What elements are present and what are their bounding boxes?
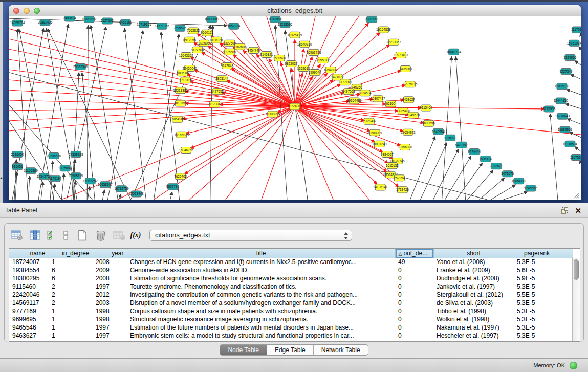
graph-edge[interactable]	[442, 56, 452, 200]
graph-edge[interactable]	[570, 132, 581, 138]
graph-node[interactable]: 8938923	[444, 135, 456, 141]
table-cell[interactable]: Jankovic et al. (1997)	[433, 282, 514, 291]
resize-grip-icon[interactable]	[573, 191, 580, 199]
graph-node[interactable]: 6479197	[455, 142, 468, 148]
table-row[interactable]: 911546021997Tourette syndrome. Phenomeno…	[9, 282, 573, 291]
graph-node[interactable]: 1145194	[49, 176, 62, 182]
table-cell[interactable]: Wolkin et al. (1998)	[433, 315, 514, 323]
select-columns-button[interactable]	[28, 229, 43, 242]
graph-node[interactable]: 8471676	[501, 171, 514, 177]
graph-edge[interactable]	[410, 136, 435, 200]
table-cell[interactable]: 0	[395, 282, 433, 291]
table-cell[interactable]: Franke et al. (2009)	[433, 266, 514, 274]
tab-edge-table[interactable]: Edge Table	[267, 345, 314, 355]
table-cell[interactable]: 1	[49, 332, 93, 340]
table-cell[interactable]: 9115460	[9, 282, 49, 291]
graph-edge[interactable]	[456, 163, 483, 200]
table-cell[interactable]: Changes of HCN gene expression and I(f) …	[127, 258, 395, 266]
table-cell[interactable]: 0	[395, 299, 433, 307]
graph-edge[interactable]	[491, 185, 516, 200]
column-header-in-degree[interactable]: in_degree	[49, 249, 93, 258]
graph-node[interactable]: 1640954	[432, 128, 445, 135]
column-header-title[interactable]: title	[127, 249, 395, 258]
graph-node[interactable]: 16210643	[555, 113, 570, 119]
table-cell[interactable]: 2	[49, 291, 93, 299]
table-cell[interactable]: 1	[49, 258, 93, 266]
graph-node[interactable]: 18325419	[288, 32, 302, 38]
function-builder-button[interactable]: f(x)	[130, 229, 141, 242]
table-cell[interactable]: 2008	[93, 274, 127, 282]
table-cell[interactable]: Corpus callosum shape and size in male p…	[127, 307, 395, 315]
table-cell[interactable]: 5.3E-5	[514, 315, 560, 323]
graph-edge[interactable]	[550, 114, 558, 200]
graph-edge[interactable]	[295, 106, 377, 184]
table-cell[interactable]: 1	[49, 323, 93, 332]
graph-node[interactable]: 15751074	[567, 40, 581, 46]
table-cell[interactable]: 0	[395, 332, 433, 340]
graph-node[interactable]: 11156869	[24, 168, 38, 174]
collapse-left-icon[interactable]: ◂	[0, 176, 2, 180]
table-cell[interactable]: 5.9E-5	[514, 274, 560, 282]
table-scrollbar[interactable]	[572, 258, 580, 341]
graph-node[interactable]: 7832621	[490, 163, 503, 169]
graph-node[interactable]: 7955812	[317, 57, 330, 63]
graph-node[interactable]: 1733426	[396, 187, 409, 193]
graph-node[interactable]: 2493134	[63, 16, 76, 21]
graph-node[interactable]: 18226058	[197, 40, 211, 46]
table-cell[interactable]: 18724007	[9, 258, 49, 266]
table-cell[interactable]: 0	[395, 274, 433, 282]
graph-node[interactable]: 2718126	[179, 77, 192, 83]
table-cell[interactable]: 9699695	[9, 315, 49, 323]
graph-node[interactable]: 2935114	[479, 156, 492, 162]
graph-node[interactable]: 10688809	[367, 129, 382, 136]
graph-edge[interactable]	[87, 25, 88, 200]
graph-node[interactable]: 12975115	[403, 81, 417, 87]
table-cell[interactable]: 49	[395, 258, 433, 266]
graph-edge[interactable]	[567, 90, 581, 95]
graph-node[interactable]: 6794028	[324, 67, 337, 73]
graph-edge[interactable]	[226, 80, 295, 106]
graph-node[interactable]: 16054985	[170, 116, 185, 122]
graph-edge[interactable]	[580, 160, 581, 166]
table-row[interactable]: 2242004622012Investigating the contribut…	[9, 291, 573, 299]
graph-edge[interactable]	[91, 25, 118, 200]
table-cell[interactable]: 5.3E-5	[514, 307, 560, 315]
graph-node[interactable]: 16046755	[179, 147, 193, 153]
graph-edge[interactable]	[571, 75, 581, 80]
table-settings-button[interactable]	[9, 229, 25, 242]
graph-node[interactable]: 8186328	[210, 37, 223, 43]
graph-node[interactable]: 1615152	[386, 163, 399, 169]
table-cell[interactable]: Embryonic stem cells: a model to study s…	[127, 332, 395, 340]
graph-node[interactable]: 19166825	[174, 132, 189, 138]
graph-node[interactable]: 9474444	[468, 148, 481, 155]
graph-node[interactable]: 9660125	[201, 30, 213, 36]
graph-node[interactable]: 20206576	[47, 152, 61, 159]
graph-node[interactable]: 14055724	[10, 20, 25, 26]
graph-node[interactable]: 10958107	[98, 182, 113, 188]
table-cell[interactable]: 5.3E-5	[514, 299, 560, 307]
graph-node[interactable]: 19218596	[278, 21, 293, 28]
graph-edge[interactable]	[580, 33, 581, 38]
graph-node[interactable]: 15720407	[362, 118, 377, 124]
graph-node[interactable]: 2803144	[215, 76, 228, 82]
column-options-button[interactable]	[60, 229, 72, 242]
table-row[interactable]: 977716911998Corpus callosum shape and si…	[9, 307, 573, 315]
graph-edge[interactable]	[9, 28, 295, 106]
table-cell[interactable]: 1997	[93, 282, 127, 291]
window-titlebar[interactable]: citations_edges.txt	[9, 5, 581, 16]
graph-edge[interactable]	[504, 192, 528, 200]
table-cell[interactable]: 1997	[93, 323, 127, 332]
graph-node[interactable]: 29053346	[73, 64, 88, 70]
graph-node[interactable]: 12213383	[173, 87, 188, 94]
graph-node[interactable]: 10654112	[512, 178, 526, 184]
table-cell[interactable]: 0	[395, 315, 433, 323]
tab-network-table[interactable]: Network Table	[314, 345, 368, 355]
graph-node[interactable]: 12213967	[386, 39, 401, 45]
graph-node[interactable]: 8813054	[269, 16, 281, 23]
table-cell[interactable]: Stergiakouli et al. (2012)	[433, 291, 514, 299]
column-header-short[interactable]: short	[433, 249, 514, 258]
table-cell[interactable]: de Silva et al. (2003)	[433, 299, 514, 307]
close-window-icon[interactable]	[13, 8, 19, 14]
column-header-year[interactable]: year	[93, 249, 127, 258]
graph-node[interactable]: 18807249	[372, 141, 387, 147]
